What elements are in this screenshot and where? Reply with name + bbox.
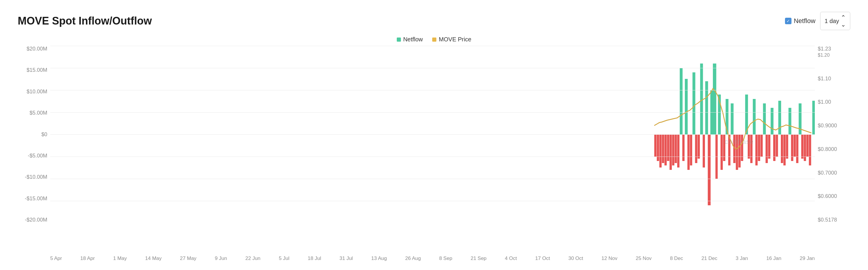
bar-pos-10 bbox=[731, 103, 734, 134]
legend-price-label: MOVE Price bbox=[439, 36, 471, 43]
grid-line-3 bbox=[50, 112, 815, 113]
bar-pos-4 bbox=[700, 63, 703, 134]
grid-line-0 bbox=[50, 46, 815, 46]
bar-neg-8 bbox=[672, 134, 675, 166]
x-axis: 5 Apr 18 Apr 1 May 14 May 27 May 9 Jun 2… bbox=[50, 256, 815, 262]
bar-pos-16 bbox=[788, 108, 792, 134]
legend-netflow-dot bbox=[397, 37, 401, 42]
x-label-7: 5 Jul bbox=[279, 256, 289, 262]
bar-neg-3 bbox=[659, 134, 662, 168]
bar-neg-1 bbox=[654, 134, 657, 156]
x-label-9: 31 Jul bbox=[339, 256, 353, 262]
bar-pos-7 bbox=[713, 63, 716, 134]
y-label-1: $15.00M bbox=[18, 67, 50, 73]
bar-neg-28 bbox=[755, 134, 758, 166]
controls: ✓ Netflow 1 day ⌃⌄ bbox=[785, 12, 850, 30]
y-label-5: -$5.00M bbox=[18, 153, 50, 159]
y-label-0: $20.00M bbox=[18, 46, 50, 52]
bar-pos-1 bbox=[680, 68, 683, 134]
yr-label-7: $0.5178 bbox=[815, 217, 850, 223]
chart-container: MOVE Spot Inflow/Outflow ✓ Netflow 1 day… bbox=[0, 0, 868, 270]
bar-pos-15 bbox=[778, 101, 781, 134]
checkbox-icon[interactable]: ✓ bbox=[785, 18, 792, 24]
bar-neg-34 bbox=[776, 134, 778, 156]
bar-neg-6 bbox=[667, 134, 670, 161]
bar-neg-12 bbox=[687, 134, 690, 170]
bar-neg-36 bbox=[783, 134, 786, 166]
y-axis-right: $1.23$1.20 $1.10 $1.00 $0.9000 $0.8000 $… bbox=[815, 46, 850, 223]
bar-neg-43 bbox=[806, 134, 809, 156]
bar-neg-42 bbox=[804, 134, 806, 161]
bar-neg-37 bbox=[786, 134, 788, 159]
yr-label-4: $0.8000 bbox=[815, 146, 850, 152]
yr-label-2: $1.00 bbox=[815, 99, 850, 105]
grid-line-7 bbox=[50, 201, 815, 201]
yr-label-1: $1.10 bbox=[815, 76, 850, 82]
bar-pos-3 bbox=[692, 72, 695, 134]
bar-neg-11 bbox=[682, 134, 685, 161]
x-label-18: 25 Nov bbox=[636, 256, 652, 262]
grid-line-5 bbox=[50, 156, 815, 157]
y-label-8: -$20.00M bbox=[18, 217, 50, 223]
bar-pos-2 bbox=[685, 79, 688, 134]
bar-neg-44 bbox=[809, 134, 811, 166]
bar-neg-41 bbox=[801, 134, 804, 159]
x-label-2: 1 May bbox=[113, 256, 127, 262]
bar-pos-14 bbox=[771, 108, 773, 134]
bar-neg-29 bbox=[758, 134, 760, 161]
x-label-8: 18 Jul bbox=[308, 256, 321, 262]
x-label-1: 18 Apr bbox=[80, 256, 95, 262]
bar-neg-17 bbox=[708, 134, 711, 205]
bar-neg-5 bbox=[664, 134, 667, 166]
x-label-17: 12 Nov bbox=[601, 256, 617, 262]
x-label-22: 16 Jan bbox=[766, 256, 781, 262]
bar-neg-16 bbox=[703, 134, 705, 168]
bar-neg-19 bbox=[720, 134, 723, 170]
bar-neg-14 bbox=[695, 134, 698, 163]
bar-neg-35 bbox=[781, 134, 783, 163]
time-selector-value: 1 day bbox=[825, 18, 839, 25]
bar-pos-5 bbox=[705, 81, 708, 134]
bar-neg-38 bbox=[791, 134, 793, 161]
bar-neg-4 bbox=[662, 134, 664, 163]
x-label-13: 21 Sep bbox=[471, 256, 487, 262]
x-label-15: 17 Oct bbox=[535, 256, 550, 262]
yr-label-0: $1.23$1.20 bbox=[815, 46, 850, 58]
yr-label-5: $0.7000 bbox=[815, 170, 850, 176]
yr-label-6: $0.6000 bbox=[815, 193, 850, 200]
x-label-0: 5 Apr bbox=[50, 256, 62, 262]
bar-neg-33 bbox=[773, 134, 776, 161]
bar-pos-18 bbox=[812, 101, 815, 134]
bar-neg-10 bbox=[677, 134, 680, 168]
x-label-10: 13 Aug bbox=[371, 256, 387, 262]
x-label-23: 29 Jan bbox=[800, 256, 815, 262]
y-label-7: -$15.00M bbox=[18, 196, 50, 202]
grid-line-4 bbox=[50, 134, 815, 135]
bar-neg-2 bbox=[657, 134, 659, 161]
y-axis-left: $20.00M $15.00M $10.00M $5.00M $0 -$5.00… bbox=[18, 46, 50, 223]
x-label-4: 27 May bbox=[180, 256, 196, 262]
bar-neg-39 bbox=[794, 134, 796, 156]
x-label-11: 26 Aug bbox=[405, 256, 421, 262]
netflow-checkbox[interactable]: ✓ Netflow bbox=[785, 17, 815, 25]
legend-netflow-label: Netflow bbox=[403, 36, 423, 43]
checkbox-label: Netflow bbox=[794, 17, 815, 25]
bar-neg-40 bbox=[796, 134, 799, 163]
legend-price: MOVE Price bbox=[432, 36, 471, 43]
bar-pos-12 bbox=[753, 99, 756, 134]
x-label-12: 8 Sep bbox=[439, 256, 452, 262]
y-label-2: $10.00M bbox=[18, 89, 50, 95]
x-label-5: 9 Jun bbox=[215, 256, 227, 262]
bar-neg-15 bbox=[698, 134, 700, 159]
bar-neg-13 bbox=[690, 134, 692, 166]
bar-neg-9 bbox=[675, 134, 677, 163]
time-selector[interactable]: 1 day ⌃⌄ bbox=[820, 12, 850, 30]
legend: Netflow MOVE Price bbox=[18, 36, 850, 43]
bar-neg-7 bbox=[670, 134, 672, 170]
grid-line-2 bbox=[50, 90, 815, 90]
x-label-16: 30 Oct bbox=[568, 256, 583, 262]
bar-neg-32 bbox=[768, 134, 771, 159]
x-label-20: 21 Dec bbox=[701, 256, 717, 262]
x-label-14: 4 Oct bbox=[505, 256, 517, 262]
watermark: coinfrase bbox=[725, 138, 754, 146]
